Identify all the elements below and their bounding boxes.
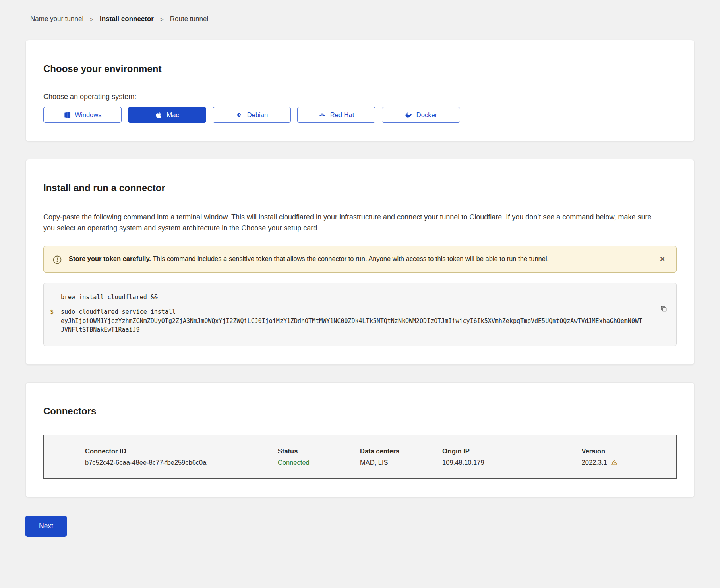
os-button-label: Debian (247, 111, 268, 119)
code-text-service-install: sudo cloudflared service install eyJhIjo… (61, 308, 645, 335)
page: Name your tunnel > Install connector > R… (0, 0, 720, 561)
connectors-table: Connector ID Status Data centers Origin … (43, 435, 677, 479)
code-line-2: $ sudo cloudflared service install eyJhI… (50, 308, 645, 335)
code-text-brew: brew install cloudflared && (61, 293, 161, 302)
breadcrumb-separator: > (160, 16, 164, 23)
breadcrumb-route-tunnel: Route tunnel (170, 15, 208, 23)
os-button-label: Red Hat (330, 111, 354, 119)
code-command: sudo cloudflared service install (61, 308, 176, 315)
connector-id-value: b7c52c42-6caa-48ee-8c77-fbe259cb6c0a (44, 459, 278, 479)
header-origin-ip: Origin IP (442, 435, 581, 459)
debian-icon (236, 111, 243, 119)
table-row: b7c52c42-6caa-48ee-8c77-fbe259cb6c0a Con… (44, 459, 677, 479)
breadcrumb-install-connector: Install connector (100, 15, 154, 23)
os-button-windows[interactable]: Windows (43, 107, 122, 123)
breadcrumb-name-your-tunnel[interactable]: Name your tunnel (30, 15, 83, 23)
code-line-1: brew install cloudflared && (50, 293, 645, 302)
shell-prompt: $ (50, 308, 61, 335)
docker-icon (405, 111, 412, 119)
os-button-docker[interactable]: Docker (382, 107, 460, 123)
status-value: Connected (278, 459, 360, 479)
header-data-centers: Data centers (360, 435, 442, 459)
alert-close-icon[interactable]: × (656, 253, 668, 265)
connectors-title: Connectors (43, 406, 677, 417)
breadcrumb-separator: > (90, 16, 93, 23)
windows-icon (64, 111, 71, 119)
os-button-label: Windows (75, 111, 102, 119)
redhat-icon (319, 111, 326, 119)
os-button-label: Docker (416, 111, 437, 119)
alert-text: Store your token carefully. This command… (69, 254, 549, 264)
status-badge: Connected (278, 459, 310, 466)
os-button-label: Mac (166, 111, 179, 119)
version-warning-icon (611, 459, 618, 466)
os-button-redhat[interactable]: Red Hat (297, 107, 375, 123)
os-button-debian[interactable]: Debian (213, 107, 291, 123)
copy-icon[interactable] (659, 304, 668, 313)
os-select-label: Choose an operating system: (43, 93, 677, 101)
header-status: Status (278, 435, 360, 459)
alert-title: Store your token carefully. (69, 255, 151, 262)
install-description: Copy-paste the following command into a … (43, 212, 663, 234)
os-button-group: Windows Mac Debian (43, 107, 677, 123)
connectors-card: Connectors Connector ID Status Data cent… (25, 382, 695, 497)
choose-environment-title: Choose your environment (43, 63, 677, 74)
code-gutter (50, 293, 61, 302)
header-connector-id: Connector ID (44, 435, 278, 459)
os-button-mac[interactable]: Mac (128, 107, 206, 123)
code-token: eyJhIjoiOWM1YjczYzhmZGNmZDUyOTg2ZjA3NmJm… (61, 317, 642, 334)
install-command-code-block: brew install cloudflared && $ sudo cloud… (43, 283, 677, 346)
install-connector-title: Install and run a connector (43, 182, 677, 193)
token-warning-alert: Store your token carefully. This command… (43, 246, 677, 273)
version-value: 2022.3.1 (582, 459, 677, 479)
install-connector-card: Install and run a connector Copy-paste t… (25, 159, 695, 365)
header-version: Version (582, 435, 677, 459)
origin-ip-value: 109.48.10.179 (442, 459, 581, 479)
next-button[interactable]: Next (25, 516, 67, 537)
breadcrumb: Name your tunnel > Install connector > R… (30, 15, 695, 23)
choose-environment-card: Choose your environment Choose an operat… (25, 40, 695, 141)
apple-icon (155, 111, 163, 119)
warning-circle-icon (52, 255, 62, 265)
data-centers-value: MAD, LIS (360, 459, 442, 479)
connectors-table-header-row: Connector ID Status Data centers Origin … (44, 435, 677, 459)
version-number: 2022.3.1 (582, 459, 607, 466)
alert-body: This command includes a sensitive token … (151, 255, 549, 262)
